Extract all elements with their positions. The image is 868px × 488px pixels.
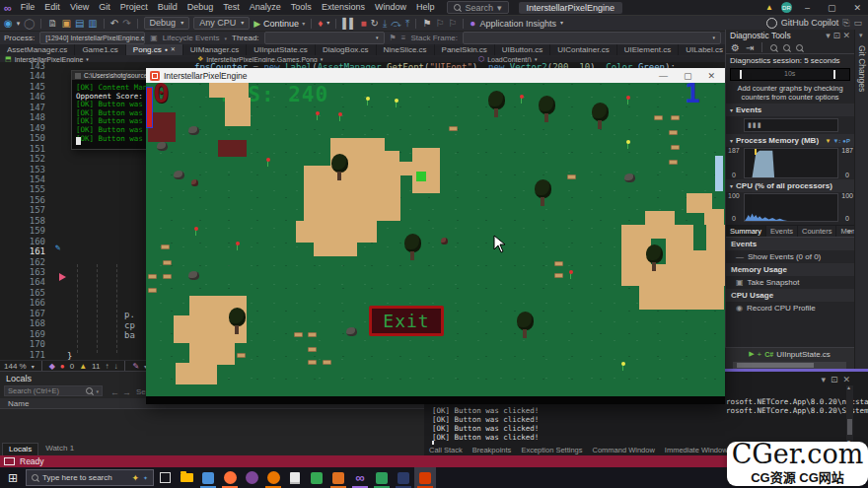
- menu-view[interactable]: View: [65, 0, 94, 15]
- close-icon[interactable]: ✕: [842, 31, 850, 40]
- editor-zoom-level[interactable]: 144 %: [4, 362, 27, 371]
- copilot-chat-icon[interactable]: ▭: [853, 18, 862, 28]
- lifecycle-checkbox[interactable]: ▣: [150, 34, 158, 42]
- menu-debug[interactable]: Debug: [182, 0, 219, 15]
- task-view-icon[interactable]: [154, 467, 176, 488]
- continue-button[interactable]: ▶ Continue ▾: [253, 19, 305, 29]
- warning-count[interactable]: 11: [92, 362, 100, 371]
- tor-browser-icon[interactable]: [241, 467, 262, 488]
- application-insights-label[interactable]: Application Insights: [479, 19, 556, 29]
- summary-action-take[interactable]: ▣Take Snapshot: [726, 276, 854, 289]
- scrollbar-thumb[interactable]: [847, 419, 852, 435]
- menu-analyze[interactable]: Analyze: [245, 0, 286, 15]
- game-maximize-button[interactable]: ▢: [678, 71, 698, 81]
- process-dropdown[interactable]: [12940] InterstellarPixelEngine.exe▾: [39, 32, 145, 44]
- panel-tab-breakpoints[interactable]: Breakpoints: [468, 445, 517, 455]
- menu-build[interactable]: Build: [153, 0, 182, 15]
- new-file-icon[interactable]: 🗎: [47, 16, 57, 31]
- chevron-down-icon[interactable]: ▾: [326, 16, 329, 31]
- step-over-icon[interactable]: ⤼: [391, 16, 401, 31]
- firefox-icon[interactable]: [219, 467, 241, 488]
- panel-tab-immediate-window[interactable]: Immediate Window: [660, 445, 733, 455]
- solution-name-badge[interactable]: InterstellarPixelEngine: [519, 2, 623, 14]
- user-avatar[interactable]: DR: [781, 2, 792, 13]
- minimize-button[interactable]: –: [800, 3, 815, 13]
- game-title-bar[interactable]: InterstellarPixelEngine — ▢ ✕: [146, 68, 725, 83]
- tab-assetmanager-cs[interactable]: AssetManager.cs: [0, 44, 75, 55]
- frames-icon[interactable]: ≡: [401, 34, 406, 42]
- nav-forward-icon[interactable]: ◯: [24, 16, 35, 31]
- open-folder-icon[interactable]: ▣: [61, 16, 70, 31]
- scroll-up-icon[interactable]: ▴: [847, 383, 850, 390]
- tool-tab-watch-1[interactable]: Watch 1: [39, 443, 80, 455]
- undo-icon[interactable]: ↶: [110, 16, 118, 31]
- capture-app-icon[interactable]: [371, 467, 393, 488]
- timeline-marker[interactable]: [833, 70, 835, 79]
- warning-icon[interactable]: ▲: [765, 3, 773, 12]
- git-changes-tab[interactable]: Git Changes: [857, 45, 867, 92]
- health-icon[interactable]: ◆: [49, 362, 55, 371]
- menu-help[interactable]: Help: [411, 0, 440, 15]
- save-all-icon[interactable]: ▥: [88, 16, 97, 31]
- copilot-open-icon[interactable]: ⎘: [842, 18, 849, 29]
- chevron-down-icon[interactable]: ▾: [826, 31, 831, 40]
- thread-dropdown[interactable]: ▾: [264, 32, 385, 44]
- chevron-down-icon[interactable]: ▾: [17, 16, 21, 31]
- file-explorer-icon[interactable]: [176, 467, 197, 488]
- menu-test[interactable]: Test: [218, 0, 245, 15]
- start-button[interactable]: ⊞: [0, 471, 26, 485]
- restart-icon[interactable]: ↻: [370, 16, 378, 31]
- float-icon[interactable]: ⊡: [832, 31, 840, 40]
- summary-action-record[interactable]: ◉Record CPU Profile: [726, 302, 854, 314]
- hot-reload-icon[interactable]: ♦: [318, 16, 323, 31]
- summary-action-show[interactable]: —Show Events (0 of 0): [726, 250, 854, 263]
- tab-nineslice-cs[interactable]: NineSlice.cs: [377, 44, 435, 55]
- panel-tab-call-stack[interactable]: Call Stack: [424, 445, 468, 455]
- scrollbar-thumb[interactable]: [737, 363, 814, 368]
- code-cleanup-brush-icon[interactable]: ✎: [55, 243, 60, 252]
- bookmark-prev-icon[interactable]: ⚐: [435, 16, 444, 31]
- events-section-label[interactable]: Events: [736, 105, 761, 114]
- game-close-button[interactable]: ✕: [701, 71, 721, 81]
- tab-dialogbox-cs[interactable]: DialogBox.cs: [316, 44, 377, 55]
- process-filter-icon[interactable]: ●P: [842, 138, 850, 144]
- photos-app-icon[interactable]: [197, 467, 219, 488]
- menu-file[interactable]: File: [16, 0, 40, 15]
- tab-uicontainer-cs[interactable]: UIContainer.cs: [550, 44, 616, 55]
- tab-scroll-icons[interactable]: ◂▸: [846, 227, 852, 234]
- cpu-section-label[interactable]: CPU (% of all processors): [736, 181, 832, 190]
- configuration-dropdown[interactable]: Debug▾: [144, 17, 190, 30]
- stop-debugging-icon[interactable]: ■: [360, 16, 366, 31]
- chevron-down-icon[interactable]: ▾: [821, 375, 826, 384]
- timeline-ruler[interactable]: 10s: [730, 68, 850, 81]
- horizontal-scrollbar[interactable]: [733, 362, 846, 369]
- flag-icon[interactable]: ⚑: [390, 34, 397, 42]
- game-window[interactable]: InterstellarPixelEngine — ▢ ✕ 0 FPS: 240…: [146, 68, 725, 404]
- github-copilot-widget[interactable]: GitHub Copilot ⎘ ▭: [766, 16, 862, 30]
- taskbar-search-box[interactable]: Type here to search ✦ ✦: [26, 469, 154, 486]
- background-tab-label[interactable]: UIInputState.cs: [776, 350, 831, 359]
- zoom-in-icon[interactable]: [770, 44, 777, 51]
- menu-project[interactable]: Project: [115, 0, 153, 15]
- game-viewport[interactable]: 0 FPS: 240 1 Exit: [146, 83, 725, 396]
- application-insights-icon[interactable]: ●: [470, 16, 475, 31]
- lifecycle-label[interactable]: Lifecycle Events: [163, 34, 220, 42]
- blender-icon[interactable]: [262, 467, 284, 488]
- vs-search-box[interactable]: Search ▾: [447, 1, 508, 14]
- tab-game1-cs[interactable]: Game1.cs: [75, 44, 125, 55]
- menu-extensions[interactable]: Extensions: [317, 0, 370, 15]
- locals-search-box[interactable]: Search (Ctrl+E) ▾: [4, 385, 103, 396]
- diag-tab-summary[interactable]: Summary: [726, 226, 766, 237]
- close-tab-icon[interactable]: ✕: [171, 44, 176, 55]
- menu-window[interactable]: Window: [370, 0, 411, 15]
- step-into-icon[interactable]: ⤓: [383, 16, 387, 31]
- vertical-scrollbar[interactable]: ▴ ▾: [846, 385, 853, 443]
- visual-studio-icon[interactable]: ∞: [349, 467, 371, 488]
- save-icon[interactable]: ▤: [75, 16, 84, 31]
- settings-gear-icon[interactable]: ⚙: [731, 40, 740, 55]
- exit-button[interactable]: Exit: [369, 306, 444, 336]
- code-cleanup-icon[interactable]: ✎: [132, 362, 139, 371]
- play-icon[interactable]: ▶: [749, 350, 754, 358]
- debug-pointer-icon[interactable]: [59, 273, 66, 281]
- export-icon[interactable]: ⇥: [746, 40, 754, 55]
